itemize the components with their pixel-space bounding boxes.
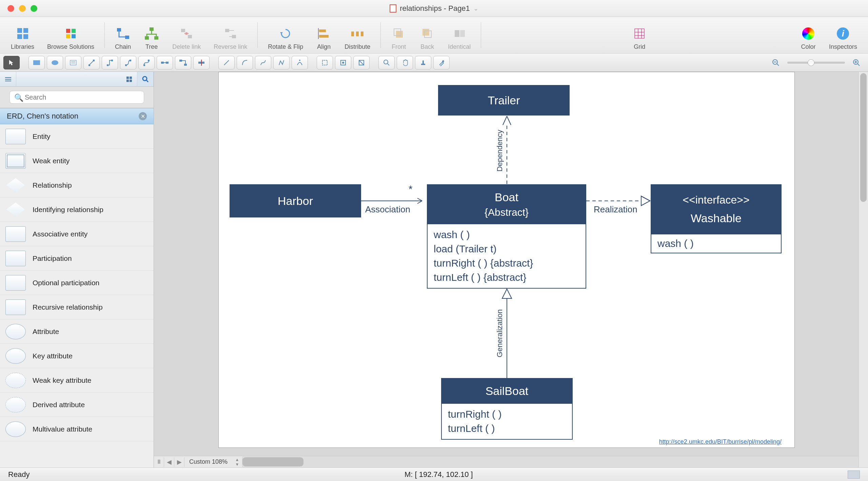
library-item[interactable]: Relationship [0,173,154,197]
library-item[interactable]: Weak key attribute [0,368,154,393]
tool-ellipse[interactable] [47,56,63,69]
zoom-in-icon[interactable] [848,56,865,69]
library-header[interactable]: ERD, Chen's notation ✕ [0,108,154,124]
search-input[interactable] [9,91,144,104]
item-label: Derived attribute [33,401,85,409]
close-icon[interactable] [7,5,14,12]
zoom-stepper[interactable]: ▲▼ [232,457,242,467]
uml-methods-sailboat[interactable]: turnRight ( ) turnLeft ( ) [441,404,573,440]
svg-line-58 [388,64,389,65]
tool-poly[interactable] [273,56,290,69]
tool-crop[interactable] [317,56,333,69]
library-item[interactable]: Associative entity [0,222,154,246]
tb-label: Tree [145,43,158,50]
library-item[interactable]: Attribute [0,319,154,344]
tool-pointer[interactable] [3,56,20,69]
uml-methods-boat[interactable]: wash ( ) load (Trailer t) turnRight ( ) … [427,224,586,289]
tb-grid[interactable]: Grid [627,17,652,53]
tb-align[interactable]: Align [311,17,336,53]
library-item[interactable]: Weak entity [0,149,154,173]
item-label: Entity [33,132,51,141]
tool-edit-2[interactable] [353,56,370,69]
tb-tree[interactable]: Tree [139,17,164,53]
tool-hand[interactable] [397,56,413,69]
method: turnRight ( ) [448,407,566,421]
svg-rect-7 [72,34,76,38]
tool-rect[interactable] [28,56,45,69]
tool-conn-1[interactable] [83,56,100,69]
library-item[interactable]: Multivalue attribute [0,417,154,441]
pause-icon[interactable]: ⏸ [154,457,164,467]
uml-interface-washable[interactable]: <<interface>> Washable [651,184,782,234]
tool-bezier[interactable] [292,56,308,69]
library-item[interactable]: Participation [0,246,154,271]
uml-class-sailboat[interactable]: SailBoat [441,378,573,404]
prev-page-icon[interactable]: ◀ [164,457,174,467]
tb-inspectors[interactable]: iInspectors [824,17,862,53]
tool-conn-6[interactable] [175,56,191,69]
zoom-slider-group [768,56,865,69]
svg-line-50 [224,60,229,65]
close-icon[interactable]: ✕ [139,112,147,120]
library-item[interactable]: Derived attribute [0,393,154,417]
svg-rect-72 [130,77,132,79]
view-search-icon[interactable] [137,72,154,86]
view-grid-icon[interactable] [121,72,137,86]
library-item[interactable]: Optional participation [0,271,154,295]
method: wash ( ) [657,238,775,249]
library-search-bar: 🔍 [0,87,154,108]
tb-browse[interactable]: Browse Solutions [42,17,99,53]
tb-label: Grid [634,43,645,50]
tool-text[interactable] [65,56,81,69]
tool-conn-3[interactable] [120,56,136,69]
tool-stamp[interactable] [415,56,431,69]
uml-class-harbor[interactable]: Harbor [230,184,361,217]
zoom-out-icon[interactable] [768,56,784,69]
minimize-icon[interactable] [19,5,26,12]
tb-chain[interactable]: Chain [110,17,136,53]
zoom-label[interactable]: Custom 108% [184,458,232,465]
tb-distribute[interactable]: Distribute [340,17,375,53]
tool-edit-1[interactable] [335,56,351,69]
tool-conn-4[interactable] [138,56,155,69]
svg-rect-47 [184,64,187,66]
separator [104,22,105,48]
maximize-icon[interactable] [31,5,37,12]
tool-conn-2[interactable] [102,56,118,69]
tb-libraries[interactable]: Libraries [6,17,39,53]
tb-color[interactable]: Color [796,17,821,53]
zoom-slider[interactable] [787,62,845,64]
canvas[interactable]: Trailer Harbor Boat {Abstract} wash ( ) … [218,72,795,448]
tool-eyedropper[interactable] [433,56,450,69]
library-item[interactable]: Recursive relationship [0,295,154,319]
method: turnRight ( ) {abstract} [434,256,579,270]
library-view-tabs [0,72,154,87]
view-list-icon[interactable] [0,72,16,86]
tool-conn-7[interactable] [193,56,210,69]
uml-class-boat[interactable]: Boat {Abstract} [427,184,586,224]
uml-methods-washable[interactable]: wash ( ) [651,234,782,253]
library-item[interactable]: Entity [0,124,154,149]
item-label: Associative entity [33,230,87,238]
source-link[interactable]: http://sce2.umkc.edu/BIT/burrise/pl/mode… [659,438,782,445]
svg-rect-0 [17,28,22,33]
document-icon [390,4,396,13]
tool-arc[interactable] [237,56,253,69]
presentation-icon[interactable] [848,470,860,479]
library-item[interactable]: Identifying relationship [0,197,154,222]
tool-spline[interactable] [255,56,271,69]
svg-rect-73 [126,80,129,82]
window-title[interactable]: relationships - Page1 ⌄ [390,4,478,13]
next-page-icon[interactable]: ▶ [174,457,184,467]
uml-class-trailer[interactable]: Trailer [438,85,570,116]
class-name: SailBoat [442,382,572,400]
item-label: Key attribute [33,352,73,360]
tool-line[interactable] [218,56,235,69]
horizontal-scrollbar[interactable] [242,456,859,467]
tb-rotate-flip[interactable]: Rotate & Flip [263,17,308,53]
tool-zoom[interactable] [378,56,395,69]
tool-conn-5[interactable] [157,56,173,69]
method: wash ( ) [434,228,579,242]
vertical-scrollbar[interactable] [859,72,868,467]
library-item[interactable]: Key attribute [0,344,154,368]
